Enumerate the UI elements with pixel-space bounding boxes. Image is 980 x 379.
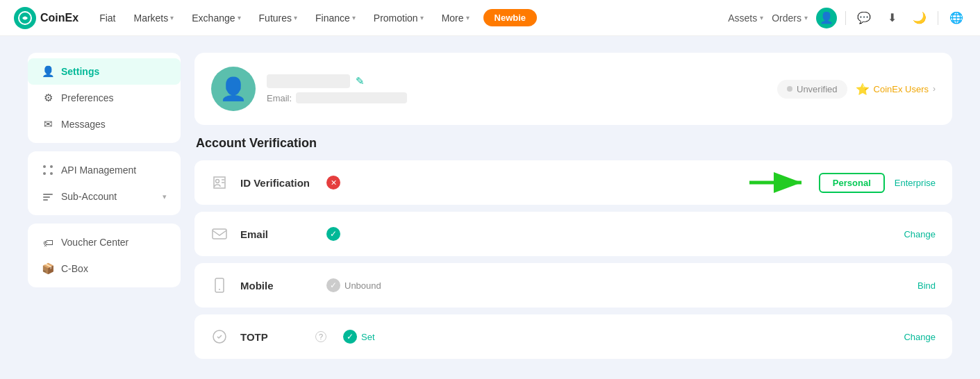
- email-change-button[interactable]: Change: [901, 226, 938, 243]
- avatar-icon: 👤: [219, 76, 247, 102]
- nav-assets[interactable]: Assets ▾: [728, 12, 763, 24]
- svg-rect-7: [43, 199, 48, 201]
- svg-point-3: [43, 172, 46, 175]
- svg-rect-13: [213, 229, 226, 239]
- table-row: ID Verification ✕: [194, 160, 952, 205]
- cbox-icon: 📦: [42, 262, 54, 275]
- nav-futures[interactable]: Futures ▾: [252, 0, 304, 36]
- totp-label: TOTP: [240, 331, 310, 343]
- chevron-down-icon: ▾: [804, 14, 808, 22]
- nav-exchange[interactable]: Exchange ▾: [185, 0, 247, 36]
- sidebar-item-settings[interactable]: 👤 Settings: [28, 58, 181, 85]
- profile-badges: Unverified ⭐ CoinEx Users ›: [777, 80, 936, 99]
- chevron-down-icon: ▾: [420, 14, 424, 22]
- check-icon: ✓: [343, 330, 357, 344]
- unbound-text: Unbound: [344, 280, 381, 291]
- chevron-down-icon: ▾: [170, 14, 174, 22]
- id-verification-status: ✕: [326, 176, 340, 190]
- nav-finance[interactable]: Finance ▾: [308, 0, 363, 36]
- nav-orders[interactable]: Orders ▾: [772, 12, 808, 24]
- totp-status: ✓ Set: [343, 330, 375, 344]
- main-content: 👤 ✎ Email: Unverified ⭐ C: [194, 53, 952, 362]
- preferences-icon: ⚙: [42, 92, 54, 104]
- svg-point-4: [50, 172, 53, 175]
- chevron-down-icon: ▾: [352, 14, 356, 22]
- sidebar-item-messages[interactable]: ✉ Messages: [28, 111, 181, 137]
- mobile-status: ✓ Unbound: [326, 278, 381, 292]
- sidebar-item-api-management[interactable]: API Management: [28, 157, 181, 183]
- chevron-right-icon: ›: [933, 84, 936, 94]
- sidebar: 👤 Settings ⚙ Preferences ✉ Messages API …: [28, 53, 181, 362]
- divider: [938, 11, 938, 25]
- bind-button[interactable]: Bind: [915, 277, 938, 294]
- warning-icon: ✕: [326, 176, 340, 190]
- coinex-users-badge[interactable]: ⭐ CoinEx Users ›: [856, 83, 936, 96]
- sub-account-icon: [42, 190, 54, 203]
- sidebar-section-voucher: 🏷 Voucher Center 📦 C-Box: [28, 224, 181, 287]
- nav-fiat[interactable]: Fiat: [92, 0, 122, 36]
- totp-actions: Change: [901, 328, 938, 346]
- logo[interactable]: CoinEx: [14, 7, 78, 29]
- totp-icon: [208, 326, 231, 348]
- sidebar-item-sub-account[interactable]: Sub-Account ▾: [28, 183, 181, 210]
- arrow-icon: [749, 172, 812, 193]
- profile-email-row: Email:: [267, 92, 766, 103]
- svg-point-8: [216, 180, 219, 183]
- check-icon: ✓: [326, 227, 340, 241]
- id-verification-icon: [208, 171, 231, 194]
- table-row: TOTP ? ✓ Set Change: [194, 314, 952, 359]
- settings-icon: 👤: [42, 65, 54, 78]
- download-icon[interactable]: ⬇: [882, 8, 902, 28]
- email-icon: [208, 223, 231, 245]
- chat-icon[interactable]: 💬: [854, 8, 874, 28]
- id-verification-label: ID Verification: [240, 177, 310, 189]
- table-row: Email ✓ Change: [194, 212, 952, 256]
- email-actions: Change: [901, 226, 938, 243]
- table-row: Mobile ✓ Unbound Bind: [194, 263, 952, 308]
- coinex-users-label: CoinEx Users: [874, 84, 929, 94]
- chevron-down-icon: ▾: [466, 14, 470, 22]
- star-icon: ⭐: [856, 83, 870, 96]
- profile-header: 👤 ✎ Email: Unverified ⭐ C: [194, 53, 952, 125]
- logo-text: CoinEx: [40, 12, 78, 24]
- check-icon: ✓: [326, 278, 340, 292]
- sidebar-item-voucher-center[interactable]: 🏷 Voucher Center: [28, 229, 181, 255]
- page-layout: 👤 Settings ⚙ Preferences ✉ Messages API …: [0, 36, 980, 379]
- totp-change-button[interactable]: Change: [901, 328, 938, 346]
- nav-promotion[interactable]: Promotion ▾: [367, 0, 431, 36]
- nav-right: Assets ▾ Orders ▾ 👤 💬 ⬇ 🌙 🌐: [728, 8, 966, 28]
- svg-point-2: [50, 165, 53, 168]
- navbar: CoinEx Fiat Markets ▾ Exchange ▾ Futures…: [0, 0, 980, 36]
- moon-icon[interactable]: 🌙: [910, 8, 929, 28]
- svg-rect-5: [43, 194, 53, 195]
- avatar: 👤: [211, 67, 256, 111]
- avatar[interactable]: 👤: [816, 8, 837, 28]
- api-icon: [42, 164, 54, 176]
- voucher-icon: 🏷: [42, 236, 54, 249]
- nav-more[interactable]: More ▾: [435, 0, 476, 36]
- sidebar-item-preferences[interactable]: ⚙ Preferences: [28, 85, 181, 111]
- profile-name-placeholder: [267, 74, 350, 88]
- mobile-icon: [208, 274, 231, 296]
- newbie-button[interactable]: Newbie: [483, 9, 538, 26]
- logo-icon: [14, 7, 36, 29]
- globe-icon[interactable]: 🌐: [947, 8, 966, 28]
- nav-markets[interactable]: Markets ▾: [126, 0, 181, 36]
- set-text: Set: [361, 332, 375, 342]
- sidebar-item-cbox[interactable]: 📦 C-Box: [28, 255, 181, 282]
- mobile-actions: Bind: [915, 277, 938, 294]
- messages-icon: ✉: [42, 118, 54, 130]
- person-icon: 👤: [820, 11, 833, 24]
- unverified-badge: Unverified: [777, 80, 847, 99]
- mobile-label: Mobile: [240, 280, 310, 292]
- svg-rect-6: [43, 196, 50, 198]
- help-icon[interactable]: ?: [315, 331, 326, 342]
- email-row-label: Email: [240, 228, 310, 240]
- edit-icon[interactable]: ✎: [356, 75, 365, 87]
- svg-point-1: [43, 165, 46, 168]
- chevron-down-icon: ▾: [760, 14, 763, 22]
- personal-button[interactable]: Personal: [819, 173, 885, 193]
- enterprise-button[interactable]: Enterprise: [892, 174, 938, 192]
- profile-info: ✎ Email:: [267, 74, 766, 103]
- email-label: Email:: [267, 93, 292, 103]
